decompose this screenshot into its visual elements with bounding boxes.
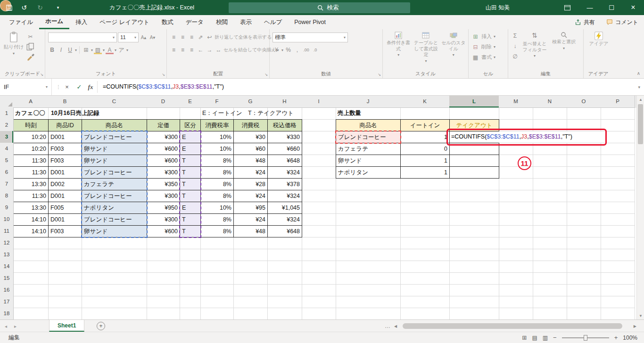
cell-G2[interactable]: 消費税	[233, 119, 268, 131]
cell-E11[interactable]: T	[180, 225, 201, 237]
cell-K4[interactable]: 0	[400, 143, 450, 155]
cell-E10[interactable]: T	[180, 213, 201, 226]
row-header-11[interactable]: 11	[0, 225, 14, 237]
grow-font-button[interactable]: A▴	[140, 33, 148, 41]
cell-A6[interactable]: 11:30	[13, 166, 49, 179]
decrease-decimal-button[interactable]: .0	[311, 46, 319, 54]
cell-A8[interactable]: 11:30	[13, 190, 49, 202]
row-header-4[interactable]: 4	[0, 143, 14, 155]
view-normal-button[interactable]: ⊞	[522, 335, 527, 341]
row-header-14[interactable]: 14	[0, 261, 14, 273]
font-name-combo[interactable]: ▾	[48, 33, 117, 42]
format-painter-button[interactable]	[26, 52, 34, 61]
zoom-slider[interactable]	[562, 337, 609, 338]
vertical-scrollbar-thumb[interactable]	[638, 104, 643, 144]
cell-A10[interactable]: 14:10	[13, 213, 49, 226]
horizontal-scrollbar[interactable]: ◀ ▶	[394, 320, 636, 332]
comma-format-button[interactable]: ,	[293, 46, 301, 54]
cell-E8[interactable]: T	[180, 190, 201, 202]
cell-F10[interactable]: 8%	[200, 213, 234, 226]
scroll-up-button[interactable]: ▲	[637, 96, 644, 103]
format-cells-button[interactable]: ▦書式▾	[471, 52, 506, 62]
cell-B9[interactable]: F005	[48, 202, 82, 214]
share-button[interactable]: 共有	[575, 15, 595, 29]
tab-view[interactable]: 表示	[234, 15, 258, 29]
formula-bar-expand-button[interactable]: ▾	[638, 79, 640, 95]
align-middle-button[interactable]: ≡	[179, 33, 187, 41]
increase-decimal-button[interactable]: .00	[302, 46, 310, 54]
row-header-5[interactable]: 5	[0, 155, 14, 167]
active-cell-edit[interactable]: =COUNTIFS($C$3:$C$11,J3,$E$3:$E$11,"T")	[450, 131, 604, 143]
horizontal-scrollbar-thumb[interactable]	[403, 323, 622, 329]
cell-B3[interactable]: D001	[48, 131, 82, 143]
percent-format-button[interactable]: %	[284, 46, 292, 54]
cell-C6[interactable]: ブレンドコーヒー	[82, 166, 147, 179]
cell-G6[interactable]: ¥24	[233, 166, 268, 179]
cell-G11[interactable]: ¥48	[233, 225, 268, 237]
cell-K2[interactable]: イートイン	[400, 119, 450, 131]
cell-A11[interactable]: 14:10	[13, 225, 49, 237]
cell-E6[interactable]: T	[180, 166, 201, 179]
save-button[interactable]	[3, 0, 15, 15]
cell-H11[interactable]: ¥648	[267, 225, 302, 237]
cell-H6[interactable]: ¥324	[267, 166, 302, 179]
cell-B5[interactable]: F003	[48, 155, 82, 167]
row-header-9[interactable]: 9	[0, 202, 14, 214]
decrease-indent-button[interactable]: ←	[197, 46, 205, 54]
column-header-I[interactable]: I	[302, 96, 336, 108]
cell-H9[interactable]: ¥1,045	[267, 202, 302, 214]
row-header-3[interactable]: 3	[0, 131, 14, 143]
cell-G9[interactable]: ¥95	[233, 202, 268, 214]
tab-insert[interactable]: 挿入	[69, 15, 93, 29]
column-header-H[interactable]: H	[267, 96, 302, 108]
currency-format-button[interactable]: ¥	[272, 46, 281, 54]
cell-D7[interactable]: ¥350	[147, 178, 180, 190]
align-right-button[interactable]: ≡	[188, 46, 196, 54]
cell-A5[interactable]: 11:30	[13, 155, 49, 167]
cell-J5[interactable]: 卵サンド	[336, 155, 401, 167]
zoom-level[interactable]: 100%	[623, 335, 637, 341]
row-header-18[interactable]: 18	[0, 308, 14, 319]
italic-button[interactable]: I	[57, 46, 65, 54]
undo-button[interactable]: ↺	[18, 0, 30, 15]
conditional-formatting-button[interactable]: 条件付き書式 ▾	[386, 32, 411, 64]
cell-H3[interactable]: ¥330	[267, 131, 302, 143]
tab-page-layout[interactable]: ページ レイアウト	[93, 15, 156, 29]
font-size-combo[interactable]: 11▾	[118, 33, 139, 42]
view-page-layout-button[interactable]: ▤	[532, 335, 537, 341]
underline-button[interactable]: U	[66, 46, 74, 54]
column-header-D[interactable]: D	[147, 96, 180, 108]
bold-button[interactable]: B	[48, 46, 56, 54]
column-header-C[interactable]: C	[82, 96, 147, 108]
cell-G5[interactable]: ¥48	[233, 155, 268, 167]
scroll-right-button[interactable]: ▶	[634, 320, 636, 332]
increase-indent-button[interactable]: →	[206, 46, 214, 54]
enter-button[interactable]: ✓	[74, 79, 85, 95]
row-header-1[interactable]: 1	[0, 107, 14, 120]
row-header-2[interactable]: 2	[0, 119, 14, 131]
zoom-in-button[interactable]: +	[614, 334, 618, 341]
column-header-J[interactable]: J	[336, 96, 401, 108]
cell-E7[interactable]: T	[180, 178, 201, 190]
cell-C8[interactable]: ブレンドコーヒー	[82, 190, 147, 202]
close-button[interactable]: ×	[622, 0, 644, 15]
row-header-7[interactable]: 7	[0, 178, 14, 190]
next-sheet-button[interactable]: ▸	[14, 320, 17, 332]
column-header-K[interactable]: K	[400, 96, 450, 108]
cell-F6[interactable]: 8%	[200, 166, 234, 179]
autosum-button[interactable]: Σ	[511, 32, 519, 40]
cell-styles-button[interactable]: セルのスタイル ▾	[441, 32, 466, 64]
cell-F1[interactable]: E：イートイン T：テイクアウト	[200, 107, 234, 120]
cell-G7[interactable]: ¥28	[233, 178, 268, 190]
select-all-button[interactable]	[0, 96, 14, 108]
column-header-N[interactable]: N	[533, 96, 567, 108]
fill-color-button[interactable]: ▨	[94, 46, 102, 54]
dialog-launcher-icon[interactable]: ↘	[162, 73, 165, 77]
cell-C5[interactable]: 卵サンド	[82, 155, 147, 167]
scroll-down-button[interactable]: ▼	[637, 312, 644, 319]
zoom-out-button[interactable]: −	[553, 334, 557, 341]
tab-home[interactable]: ホーム	[39, 15, 69, 29]
sort-filter-button[interactable]: ⇅ 並べ替えとフィルター ▾	[521, 32, 548, 61]
column-header-M[interactable]: M	[499, 96, 533, 108]
view-page-break-button[interactable]: ▥	[543, 335, 548, 341]
